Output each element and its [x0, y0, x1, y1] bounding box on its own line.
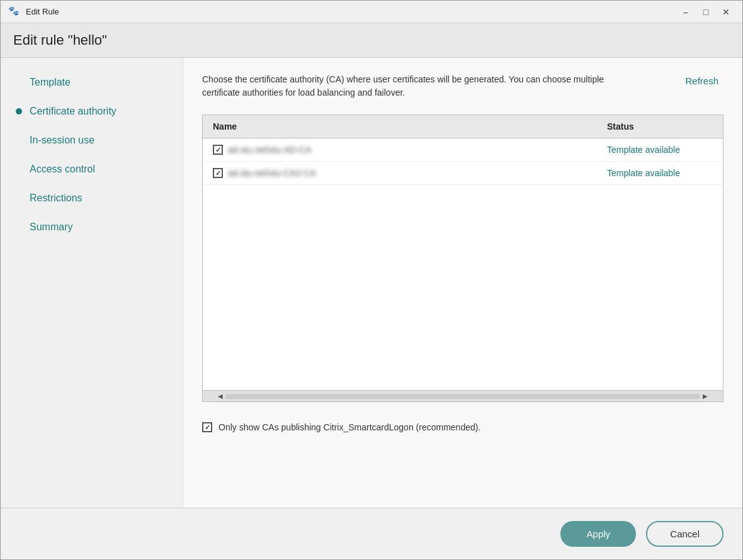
ca-table: Name Status ad.stu.net\stu-AD-CA Templat… [202, 115, 723, 402]
row-checkbox-2[interactable] [213, 168, 223, 178]
sidebar-item-template[interactable]: Template [1, 68, 183, 97]
table-cell-status-2: Template available [597, 162, 723, 184]
sidebar-item-label: In-session use [30, 135, 94, 146]
table-row[interactable]: ad.stu.net\stu-CA2-CA Template available [203, 162, 723, 185]
app-icon: 🐾 [8, 6, 21, 18]
sidebar-item-summary[interactable]: Summary [1, 213, 183, 242]
content-area: Choose the certificate authority (CA) wh… [183, 58, 742, 508]
table-scrollbar[interactable]: ◀ ▶ [203, 390, 723, 401]
sidebar-item-label: Summary [30, 221, 72, 233]
scroll-right-icon[interactable]: ▶ [700, 393, 710, 400]
column-header-status: Status [597, 115, 723, 138]
sidebar-item-label: Certificate authority [30, 106, 116, 117]
sidebar-item-certificate-authority[interactable]: Certificate authority [1, 97, 183, 126]
window-controls: – □ ✕ [677, 5, 735, 19]
button-bar: Apply Cancel [1, 508, 742, 559]
minimize-button[interactable]: – [677, 5, 695, 19]
column-header-name: Name [203, 115, 597, 138]
main-window: 🐾 Edit Rule – □ ✕ Edit rule "hello" Temp… [0, 0, 743, 560]
scroll-left-icon[interactable]: ◀ [215, 393, 225, 400]
table-row[interactable]: ad.stu.net\stu-AD-CA Template available [203, 138, 723, 162]
maximize-button[interactable]: □ [697, 5, 715, 19]
content-description: Choose the certificate authority (CA) wh… [202, 73, 605, 99]
filter-label: Only show CAs publishing Citrix_Smartcar… [218, 422, 480, 432]
table-cell-name: ad.stu.net\stu-AD-CA [203, 138, 597, 161]
sidebar-item-label: Restrictions [30, 193, 82, 204]
sidebar-item-restrictions[interactable]: Restrictions [1, 184, 183, 213]
sidebar-item-label: Access control [30, 164, 95, 175]
close-button[interactable]: ✕ [717, 5, 735, 19]
sidebar-item-in-session-use[interactable]: In-session use [1, 126, 183, 155]
scrollbar-track[interactable] [225, 394, 700, 399]
page-title: Edit rule "hello" [13, 32, 107, 48]
sidebar: Template Certificate authority In-sessio… [1, 58, 183, 508]
row-checkbox-1[interactable] [213, 145, 223, 155]
sidebar-item-label: Template [30, 77, 71, 88]
ca-name-1: ad.stu.net\stu-AD-CA [228, 145, 311, 155]
table-cell-status-1: Template available [597, 138, 723, 161]
cancel-button[interactable]: Cancel [646, 521, 723, 547]
page-title-bar: Edit rule "hello" [1, 23, 742, 58]
window-title: Edit Rule [26, 7, 677, 16]
content-header: Choose the certificate authority (CA) wh… [202, 73, 723, 99]
main-layout: Template Certificate authority In-sessio… [1, 58, 742, 508]
active-dot-icon [16, 108, 22, 115]
title-bar: 🐾 Edit Rule – □ ✕ [1, 1, 742, 23]
filter-row: Only show CAs publishing Citrix_Smartcar… [202, 415, 723, 440]
refresh-button[interactable]: Refresh [680, 73, 723, 89]
sidebar-item-access-control[interactable]: Access control [1, 155, 183, 184]
table-body: ad.stu.net\stu-AD-CA Template available … [203, 138, 723, 390]
filter-checkbox[interactable] [202, 422, 212, 432]
ca-name-2: ad.stu.net\stu-CA2-CA [228, 168, 316, 178]
apply-button[interactable]: Apply [560, 521, 636, 547]
table-cell-name: ad.stu.net\stu-CA2-CA [203, 162, 597, 184]
table-header: Name Status [203, 115, 723, 138]
